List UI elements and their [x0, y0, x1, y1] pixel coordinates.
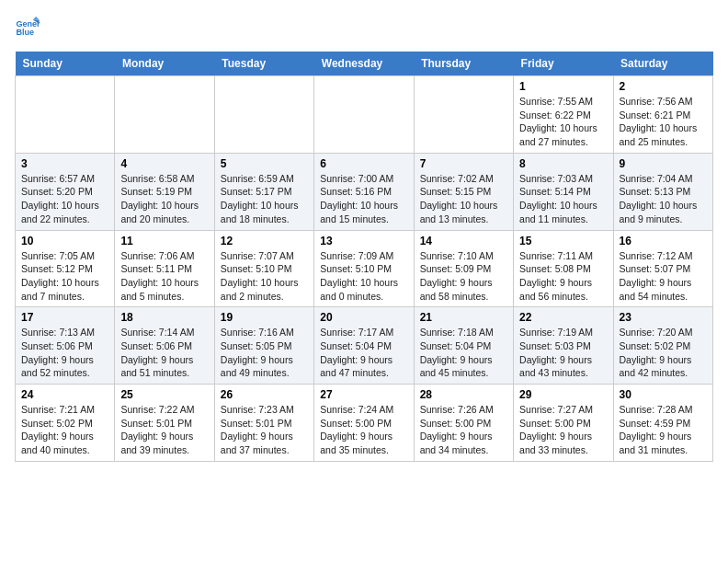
calendar-cell: 2Sunrise: 7:56 AM Sunset: 6:21 PM Daylig… — [613, 76, 712, 154]
day-number: 19 — [221, 311, 308, 324]
day-detail: Sunrise: 7:12 AM Sunset: 5:07 PM Dayligh… — [620, 249, 707, 304]
calendar-week-1: 1Sunrise: 7:55 AM Sunset: 6:22 PM Daylig… — [16, 76, 713, 154]
day-detail: Sunrise: 7:07 AM Sunset: 5:10 PM Dayligh… — [221, 249, 308, 304]
day-number: 20 — [320, 311, 407, 324]
day-number: 22 — [519, 311, 607, 324]
calendar-week-5: 24Sunrise: 7:21 AM Sunset: 5:02 PM Dayli… — [16, 385, 713, 462]
logo-icon: General Blue — [15, 15, 40, 40]
calendar-cell: 30Sunrise: 7:28 AM Sunset: 4:59 PM Dayli… — [613, 385, 712, 462]
calendar-cell: 22Sunrise: 7:19 AM Sunset: 5:03 PM Dayli… — [514, 307, 613, 385]
calendar-cell: 17Sunrise: 7:13 AM Sunset: 5:06 PM Dayli… — [16, 307, 115, 385]
day-number: 9 — [620, 157, 707, 170]
day-detail: Sunrise: 7:28 AM Sunset: 4:59 PM Dayligh… — [620, 403, 707, 457]
day-number: 15 — [519, 235, 607, 247]
calendar-cell: 4Sunrise: 6:58 AM Sunset: 5:19 PM Daylig… — [115, 153, 214, 230]
calendar-cell — [414, 76, 513, 154]
calendar-cell: 15Sunrise: 7:11 AM Sunset: 5:08 PM Dayli… — [514, 230, 613, 307]
svg-marker-3 — [33, 17, 40, 20]
calendar-cell: 7Sunrise: 7:02 AM Sunset: 5:15 PM Daylig… — [414, 153, 513, 230]
calendar-cell: 3Sunrise: 6:57 AM Sunset: 5:20 PM Daylig… — [16, 153, 115, 230]
day-number: 4 — [120, 157, 208, 170]
calendar-header: SundayMondayTuesdayWednesdayThursdayFrid… — [16, 52, 713, 76]
day-detail: Sunrise: 7:23 AM Sunset: 5:01 PM Dayligh… — [221, 403, 308, 457]
day-detail: Sunrise: 7:18 AM Sunset: 5:04 PM Dayligh… — [420, 326, 507, 380]
day-number: 27 — [320, 388, 407, 401]
day-number: 2 — [620, 80, 707, 93]
day-detail: Sunrise: 7:10 AM Sunset: 5:09 PM Dayligh… — [420, 249, 507, 304]
calendar-cell — [115, 76, 214, 154]
day-detail: Sunrise: 7:09 AM Sunset: 5:10 PM Dayligh… — [320, 249, 407, 304]
calendar-cell — [314, 76, 414, 154]
day-number: 16 — [620, 235, 707, 247]
calendar-cell: 27Sunrise: 7:24 AM Sunset: 5:00 PM Dayli… — [314, 385, 414, 462]
calendar-cell — [214, 76, 313, 154]
calendar-cell: 19Sunrise: 7:16 AM Sunset: 5:05 PM Dayli… — [214, 307, 313, 385]
calendar-week-2: 3Sunrise: 6:57 AM Sunset: 5:20 PM Daylig… — [16, 153, 713, 230]
calendar-cell: 10Sunrise: 7:05 AM Sunset: 5:12 PM Dayli… — [16, 230, 115, 307]
day-detail: Sunrise: 7:16 AM Sunset: 5:05 PM Dayligh… — [221, 326, 308, 380]
day-detail: Sunrise: 7:22 AM Sunset: 5:01 PM Dayligh… — [120, 403, 208, 457]
calendar-cell: 11Sunrise: 7:06 AM Sunset: 5:11 PM Dayli… — [115, 230, 214, 307]
weekday-header-saturday: Saturday — [613, 52, 712, 76]
calendar-cell: 24Sunrise: 7:21 AM Sunset: 5:02 PM Dayli… — [16, 385, 115, 462]
day-number: 21 — [420, 311, 507, 324]
day-detail: Sunrise: 7:56 AM Sunset: 6:21 PM Dayligh… — [620, 95, 707, 149]
day-number: 3 — [21, 157, 108, 170]
calendar-cell: 1Sunrise: 7:55 AM Sunset: 6:22 PM Daylig… — [514, 76, 613, 154]
day-number: 18 — [120, 311, 208, 324]
day-detail: Sunrise: 7:11 AM Sunset: 5:08 PM Dayligh… — [519, 249, 607, 304]
day-number: 12 — [221, 235, 308, 247]
day-number: 26 — [221, 388, 308, 401]
calendar-cell: 25Sunrise: 7:22 AM Sunset: 5:01 PM Dayli… — [115, 385, 214, 462]
weekday-header-monday: Monday — [115, 52, 214, 76]
weekday-header-friday: Friday — [514, 52, 613, 76]
calendar-cell: 16Sunrise: 7:12 AM Sunset: 5:07 PM Dayli… — [613, 230, 712, 307]
day-detail: Sunrise: 7:06 AM Sunset: 5:11 PM Dayligh… — [120, 249, 208, 304]
calendar-cell: 18Sunrise: 7:14 AM Sunset: 5:06 PM Dayli… — [115, 307, 214, 385]
day-detail: Sunrise: 7:14 AM Sunset: 5:06 PM Dayligh… — [120, 326, 208, 380]
calendar-cell — [16, 76, 115, 154]
day-detail: Sunrise: 7:02 AM Sunset: 5:15 PM Dayligh… — [420, 172, 507, 226]
day-detail: Sunrise: 7:55 AM Sunset: 6:22 PM Dayligh… — [519, 95, 607, 149]
svg-text:Blue: Blue — [16, 28, 34, 37]
day-detail: Sunrise: 6:57 AM Sunset: 5:20 PM Dayligh… — [21, 172, 108, 226]
weekday-header-sunday: Sunday — [16, 52, 115, 76]
day-number: 29 — [519, 388, 607, 401]
day-number: 10 — [21, 235, 108, 247]
page-header: General Blue — [15, 15, 713, 40]
calendar-cell: 9Sunrise: 7:04 AM Sunset: 5:13 PM Daylig… — [613, 153, 712, 230]
calendar-cell: 13Sunrise: 7:09 AM Sunset: 5:10 PM Dayli… — [314, 230, 414, 307]
day-detail: Sunrise: 7:13 AM Sunset: 5:06 PM Dayligh… — [21, 326, 108, 380]
day-detail: Sunrise: 7:00 AM Sunset: 5:16 PM Dayligh… — [320, 172, 407, 226]
day-number: 7 — [420, 157, 507, 170]
calendar-week-4: 17Sunrise: 7:13 AM Sunset: 5:06 PM Dayli… — [16, 307, 713, 385]
day-detail: Sunrise: 7:20 AM Sunset: 5:02 PM Dayligh… — [620, 326, 707, 380]
day-number: 6 — [320, 157, 407, 170]
day-detail: Sunrise: 7:24 AM Sunset: 5:00 PM Dayligh… — [320, 403, 407, 457]
day-number: 5 — [221, 157, 308, 170]
day-detail: Sunrise: 7:04 AM Sunset: 5:13 PM Dayligh… — [620, 172, 707, 226]
day-detail: Sunrise: 7:05 AM Sunset: 5:12 PM Dayligh… — [21, 249, 108, 304]
calendar-week-3: 10Sunrise: 7:05 AM Sunset: 5:12 PM Dayli… — [16, 230, 713, 307]
calendar-cell: 26Sunrise: 7:23 AM Sunset: 5:01 PM Dayli… — [214, 385, 313, 462]
day-detail: Sunrise: 7:03 AM Sunset: 5:14 PM Dayligh… — [519, 172, 607, 226]
calendar-cell: 6Sunrise: 7:00 AM Sunset: 5:16 PM Daylig… — [314, 153, 414, 230]
day-detail: Sunrise: 6:58 AM Sunset: 5:19 PM Dayligh… — [120, 172, 208, 226]
calendar-cell: 12Sunrise: 7:07 AM Sunset: 5:10 PM Dayli… — [214, 230, 313, 307]
day-number: 24 — [21, 388, 108, 401]
day-number: 30 — [620, 388, 707, 401]
calendar-cell: 23Sunrise: 7:20 AM Sunset: 5:02 PM Dayli… — [613, 307, 712, 385]
calendar-cell: 21Sunrise: 7:18 AM Sunset: 5:04 PM Dayli… — [414, 307, 513, 385]
day-number: 23 — [620, 311, 707, 324]
day-number: 25 — [120, 388, 208, 401]
calendar-cell: 8Sunrise: 7:03 AM Sunset: 5:14 PM Daylig… — [514, 153, 613, 230]
day-detail: Sunrise: 7:21 AM Sunset: 5:02 PM Dayligh… — [21, 403, 108, 457]
weekday-header-wednesday: Wednesday — [314, 52, 414, 76]
calendar-cell: 5Sunrise: 6:59 AM Sunset: 5:17 PM Daylig… — [214, 153, 313, 230]
calendar-cell: 14Sunrise: 7:10 AM Sunset: 5:09 PM Dayli… — [414, 230, 513, 307]
weekday-header-tuesday: Tuesday — [214, 52, 313, 76]
day-number: 28 — [420, 388, 507, 401]
day-number: 13 — [320, 235, 407, 247]
weekday-header-thursday: Thursday — [414, 52, 513, 76]
day-number: 8 — [519, 157, 607, 170]
